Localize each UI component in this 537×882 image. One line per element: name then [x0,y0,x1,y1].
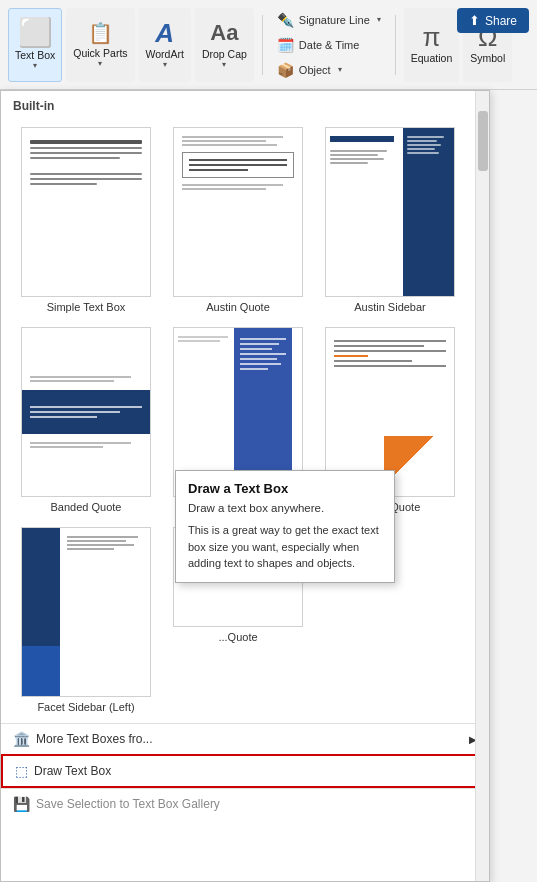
divider-2 [395,15,396,75]
gallery-label-austin-quote: Austin Quote [206,301,270,313]
gallery-grid: Simple Text Box [1,117,489,723]
more-text-boxes-label: More Text Boxes fro... [36,732,153,746]
tooltip-body: This is a great way to get the exact tex… [188,522,382,572]
dropcap-chevron: ▾ [222,60,226,69]
scroll-thumb[interactable] [478,111,488,171]
share-icon: ⬆ [469,13,480,28]
gallery-item-facet-sidebar-left[interactable]: Facet Sidebar (Left) [13,523,159,717]
save-selection-label: Save Selection to Text Box Gallery [36,797,220,811]
gallery-item-austin-sidebar[interactable]: Austin Sidebar [317,123,463,317]
tooltip-subtitle: Draw a text box anywhere. [188,502,382,514]
equation-label: Equation [411,52,452,65]
draw-text-box-icon: ⬚ [15,763,28,779]
gallery-item-banded-quote[interactable]: Banded Quote [13,323,159,517]
gallery-thumb-austin-quote [173,127,303,297]
gallery-item-austin-quote[interactable]: Austin Quote [165,123,311,317]
textbox-icon: ⬜ [18,19,53,47]
building-icon: 🏛️ [13,731,30,747]
gallery-thumb-simple-text-box [21,127,151,297]
builtin-section-title: Built-in [1,91,489,117]
scroll-bar[interactable] [475,91,489,881]
equation-button[interactable]: π Equation [404,8,459,82]
dropcap-label: Drop Cap [202,48,247,61]
signature-label: Signature Line [299,14,370,26]
share-label: Share [485,14,517,28]
gallery-label-banded-quote: Banded Quote [51,501,122,513]
wordart-chevron: ▾ [163,60,167,69]
dropcap-icon: Aa [210,20,238,46]
symbol-label: Symbol [470,52,505,65]
gallery-item-simple-text-box[interactable]: Simple Text Box [13,123,159,317]
more-text-boxes-button[interactable]: 🏛️ More Text Boxes fro... ▶ [1,723,489,754]
divider-1 [262,15,263,75]
signature-chevron: ▾ [377,15,381,24]
gallery-label-partial: ...Quote [218,631,257,643]
quickparts-icon: 📋 [88,21,113,45]
save-selection-button[interactable]: 💾 Save Selection to Text Box Gallery [1,788,489,819]
gallery-label-austin-sidebar: Austin Sidebar [354,301,426,313]
object-button[interactable]: 📦 Object ▾ [271,59,387,81]
datetime-button[interactable]: 🗓️ Date & Time [271,34,387,56]
wordart-button[interactable]: A WordArt ▾ [139,8,191,82]
datetime-label: Date & Time [299,39,360,51]
textbox-label: Text Box [15,49,55,62]
quickparts-button[interactable]: 📋 Quick Parts ▾ [66,8,134,82]
wordart-icon: A [155,20,174,46]
draw-text-box-button[interactable]: ⬚ Draw Text Box [1,754,489,788]
quickparts-chevron: ▾ [98,59,102,68]
gallery-thumb-facet-sidebar-left [21,527,151,697]
textbox-button[interactable]: ⬜ Text Box ▾ [8,8,62,82]
tooltip-title: Draw a Text Box [188,481,382,496]
textbox-chevron: ▾ [33,61,37,70]
gallery-label-simple-text-box: Simple Text Box [47,301,126,313]
object-icon: 📦 [277,62,294,78]
dropcap-button[interactable]: Aa Drop Cap ▾ [195,8,254,82]
gallery-thumb-banded-quote [21,327,151,497]
insert-col: ✒️ Signature Line ▾ 🗓️ Date & Time 📦 Obj… [271,8,387,82]
toolbar: ⬜ Text Box ▾ 📋 Quick Parts ▾ A WordArt ▾… [0,0,537,90]
quickparts-label: Quick Parts [73,47,127,60]
object-label: Object [299,64,331,76]
object-chevron: ▾ [338,65,342,74]
wordart-label: WordArt [146,48,184,61]
equation-icon: π [423,24,441,50]
signature-line-button[interactable]: ✒️ Signature Line ▾ [271,9,387,31]
draw-text-box-label: Draw Text Box [34,764,111,778]
datetime-icon: 🗓️ [277,37,294,53]
signature-icon: ✒️ [277,12,294,28]
share-button[interactable]: ⬆ Share [457,8,529,33]
tooltip-box: Draw a Text Box Draw a text box anywhere… [175,470,395,583]
gallery-label-facet-sidebar-left: Facet Sidebar (Left) [37,701,134,713]
gallery-thumb-austin-sidebar [325,127,455,297]
save-icon: 💾 [13,796,30,812]
